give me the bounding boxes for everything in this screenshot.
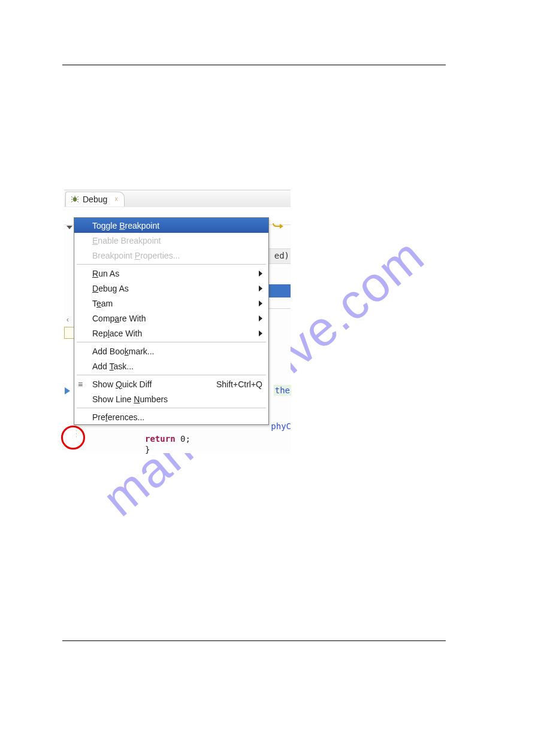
eclipse-screenshot: Debug ☓ ed) ‹	[64, 190, 291, 453]
quick-diff-icon: ≡	[78, 379, 83, 389]
debug-view-tab[interactable]: Debug ☓	[65, 192, 125, 207]
menu-run-as[interactable]: Run As	[74, 266, 268, 281]
submenu-arrow-icon	[259, 271, 262, 277]
svg-rect-10	[65, 390, 68, 391]
svg-line-2	[71, 196, 72, 198]
svg-line-6	[71, 201, 72, 202]
menu-separator	[77, 375, 266, 375]
return-rest: 0;	[176, 434, 191, 444]
closing-brace: }	[145, 445, 150, 454]
menu-separator	[77, 342, 266, 342]
menu-team[interactable]: Team	[74, 296, 268, 311]
submenu-arrow-icon	[259, 300, 262, 306]
menu-show-line-numbers[interactable]: Show Line Numbers	[74, 391, 268, 406]
menu-preferences[interactable]: Preferences...	[74, 409, 268, 424]
submenu-arrow-icon	[259, 315, 262, 321]
svg-line-3	[77, 196, 78, 198]
annotation-circle	[61, 426, 85, 450]
tree-collapse-triangle-icon[interactable]	[67, 226, 71, 230]
execution-pointer-icon	[65, 387, 73, 394]
obscured-text-ed: ed)	[274, 251, 289, 260]
menu-replace-with[interactable]: Replace With	[74, 326, 268, 341]
view-tab-strip: Debug ☓	[64, 190, 291, 207]
bug-icon	[71, 195, 79, 204]
svg-point-0	[73, 197, 77, 202]
menu-enable-breakpoint: Enable Breakpoint	[74, 233, 268, 248]
menu-toggle-breakpoint[interactable]: Toggle Breakpoint	[74, 218, 268, 233]
bottom-rule	[62, 640, 446, 641]
editor-file-icon	[64, 327, 74, 339]
shortcut-label: Shift+Ctrl+Q	[216, 379, 262, 389]
code-return-line: return 0;	[145, 434, 191, 444]
menu-compare-with[interactable]: Compare With	[74, 311, 268, 326]
menu-breakpoint-properties: Breakpoint Properties...	[74, 248, 268, 263]
top-rule	[62, 65, 446, 65]
submenu-arrow-icon	[259, 330, 262, 336]
code-snippet-the: the	[274, 385, 291, 396]
editor-context-menu: Toggle Breakpoint Enable Breakpoint Brea…	[74, 217, 269, 425]
submenu-arrow-icon	[259, 286, 262, 292]
selected-thread-row-fragment	[267, 284, 291, 297]
menu-separator	[77, 408, 266, 408]
menu-add-task[interactable]: Add Task...	[74, 359, 268, 374]
code-snippet-phy: phyC	[271, 421, 291, 431]
keyword-return: return	[145, 434, 176, 444]
horizontal-scroll-left-button[interactable]: ‹	[67, 315, 69, 324]
step-return-icon[interactable]	[271, 217, 285, 230]
svg-marker-8	[280, 224, 283, 229]
tab-close-glyph: ☓	[114, 195, 118, 204]
menu-add-bookmark[interactable]: Add Bookmark...	[74, 344, 268, 359]
svg-line-7	[77, 201, 78, 202]
debug-tab-label: Debug	[83, 195, 107, 204]
menu-show-quick-diff[interactable]: ≡ Show Quick Diff Shift+Ctrl+Q	[74, 377, 268, 391]
menu-debug-as[interactable]: Debug As	[74, 281, 268, 296]
menu-separator	[77, 264, 266, 265]
